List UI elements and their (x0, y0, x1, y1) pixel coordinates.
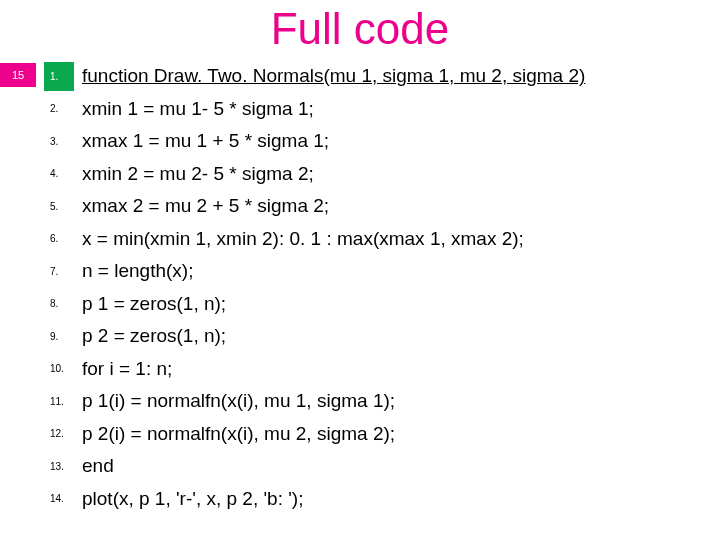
code-line: 5.xmax 2 = mu 2 + 5 * sigma 2; (44, 190, 720, 223)
line-number: 7. (44, 266, 82, 277)
code-line: 7.n = length(x); (44, 255, 720, 288)
line-code: p 2 = zeros(1, n); (82, 325, 720, 347)
code-line: 4.xmin 2 = mu 2- 5 * sigma 2; (44, 158, 720, 191)
line-number: 10. (44, 363, 82, 374)
line-number: 9. (44, 331, 82, 342)
code-line: 8.p 1 = zeros(1, n); (44, 288, 720, 321)
line-number: 14. (44, 493, 82, 504)
code-line: 3.xmax 1 = mu 1 + 5 * sigma 1; (44, 125, 720, 158)
code-line: 12.p 2(i) = normalfn(x(i), mu 2, sigma 2… (44, 418, 720, 451)
line-code: end (82, 455, 720, 477)
line-number: 3. (44, 136, 82, 147)
line-code: xmax 1 = mu 1 + 5 * sigma 1; (82, 130, 720, 152)
line-number: 1. (44, 71, 82, 82)
code-line: 1.function Draw. Two. Normals(mu 1, sigm… (44, 60, 720, 93)
code-line: 10.for i = 1: n; (44, 353, 720, 386)
code-list: 1.function Draw. Two. Normals(mu 1, sigm… (36, 60, 720, 515)
slide-number-badge: 15 (0, 63, 36, 87)
line-code: plot(x, p 1, 'r-', x, p 2, 'b: '); (82, 488, 720, 510)
line-code: p 1(i) = normalfn(x(i), mu 1, sigma 1); (82, 390, 720, 412)
line-code: p 2(i) = normalfn(x(i), mu 2, sigma 2); (82, 423, 720, 445)
line-code: x = min(xmin 1, xmin 2): 0. 1 : max(xmax… (82, 228, 720, 250)
code-line: 2.xmin 1 = mu 1- 5 * sigma 1; (44, 93, 720, 126)
code-line: 6.x = min(xmin 1, xmin 2): 0. 1 : max(xm… (44, 223, 720, 256)
slide-title: Full code (0, 0, 720, 60)
content-row: 15 1.function Draw. Two. Normals(mu 1, s… (0, 60, 720, 515)
line-code: function Draw. Two. Normals(mu 1, sigma … (82, 65, 720, 87)
line-code: n = length(x); (82, 260, 720, 282)
line-number: 13. (44, 461, 82, 472)
line-number: 5. (44, 201, 82, 212)
line-number: 11. (44, 396, 82, 407)
line-code: p 1 = zeros(1, n); (82, 293, 720, 315)
line-code: xmin 2 = mu 2- 5 * sigma 2; (82, 163, 720, 185)
code-line: 9.p 2 = zeros(1, n); (44, 320, 720, 353)
line-number: 4. (44, 168, 82, 179)
code-line: 13.end (44, 450, 720, 483)
line-number: 6. (44, 233, 82, 244)
line-code: xmin 1 = mu 1- 5 * sigma 1; (82, 98, 720, 120)
line-code: xmax 2 = mu 2 + 5 * sigma 2; (82, 195, 720, 217)
line-number: 8. (44, 298, 82, 309)
line-number: 2. (44, 103, 82, 114)
code-line: 14.plot(x, p 1, 'r-', x, p 2, 'b: '); (44, 483, 720, 516)
line-number: 12. (44, 428, 82, 439)
code-line: 11.p 1(i) = normalfn(x(i), mu 1, sigma 1… (44, 385, 720, 418)
line-code: for i = 1: n; (82, 358, 720, 380)
